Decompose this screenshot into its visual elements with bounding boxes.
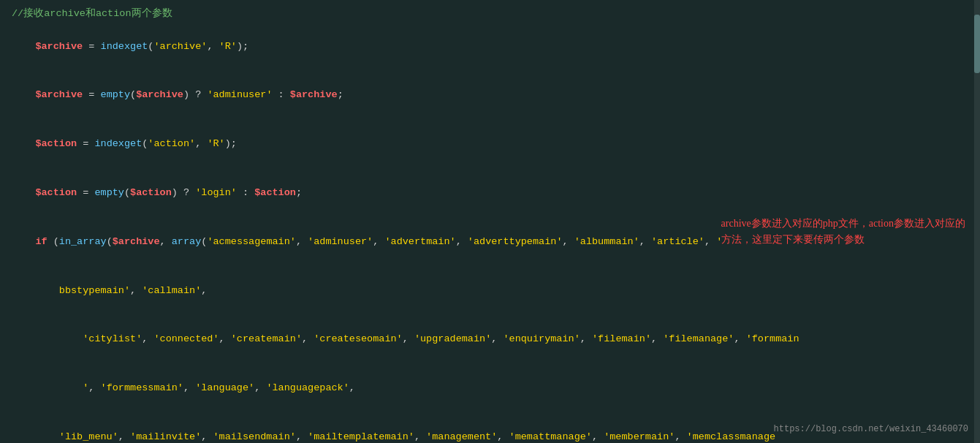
annotation-box: archive参数进入对应的php文件，action参数进入对应的 方法，这里定…	[721, 216, 965, 249]
annotation-line1: archive参数进入对应的php文件，action参数进入对应的	[721, 218, 965, 229]
code-line-1: $archive = indexget('archive', 'R');	[12, 22, 980, 71]
code-line-6: bbstypemain', 'callmain',	[12, 266, 980, 315]
annotation-line2: 方法，这里定下来要传两个参数	[721, 234, 865, 245]
code-line-comment1: //接收archive和action两个参数	[12, 6, 980, 22]
blog-url: https://blog.csdn.net/weixin_43460070	[774, 423, 968, 437]
code-line-7: 'citylist', 'connected', 'createmain', '…	[12, 315, 980, 364]
code-line-4: $action = empty($action) ? 'login' : $ac…	[12, 169, 980, 218]
code-line-2: $archive = empty($archive) ? 'adminuser'…	[12, 71, 980, 120]
scrollbar-thumb[interactable]	[974, 15, 980, 73]
scrollbar[interactable]	[974, 0, 980, 443]
code-editor: //接收archive和action两个参数 $archive = indexg…	[0, 0, 980, 443]
code-line-8: ', 'formmessmain', 'language', 'language…	[12, 364, 980, 413]
code-line-3: $action = indexget('action', 'R');	[12, 120, 980, 169]
